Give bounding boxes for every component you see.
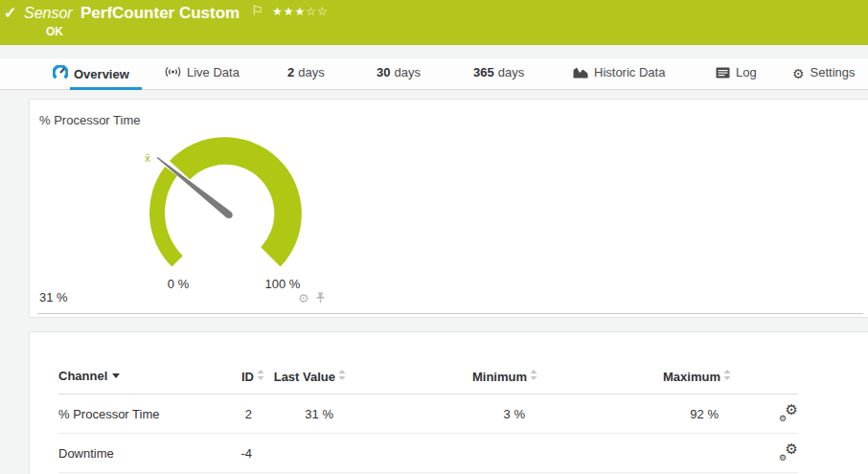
live-data-icon <box>165 65 181 81</box>
panel-divider <box>37 313 863 314</box>
channel-settings-gears-icon[interactable]: ⚙ ⚙ <box>779 404 798 420</box>
tab-label: Historic Data <box>594 65 665 79</box>
tab-number: 30 <box>377 65 390 79</box>
active-tab-underline <box>70 87 142 90</box>
tab-label: days <box>498 65 524 79</box>
channel-table-panel: Channel ID Last Value Minimum Maximum <box>29 331 868 474</box>
tab-label: days <box>298 65 324 79</box>
gauge-panel-title: % Processor Time <box>39 113 140 127</box>
column-header-minimum[interactable]: Minimum <box>346 361 537 395</box>
channel-last-value-cell: 31 % <box>264 395 346 434</box>
table-row[interactable]: % Processor Time 2 31 % 3 % 92 % ⚙ ⚙ <box>58 395 798 434</box>
tab-live-data[interactable]: Live Data <box>165 65 240 81</box>
column-label: Channel <box>58 369 107 383</box>
sensor-status-text: OK <box>46 25 63 38</box>
channel-minimum-cell <box>346 434 537 473</box>
ok-check-icon: ✓ <box>4 4 16 22</box>
priority-stars[interactable]: ★★★☆☆ <box>272 5 329 18</box>
tab-label: Live Data <box>187 65 240 79</box>
column-header-id[interactable]: ID <box>221 361 264 395</box>
tab-label: Overview <box>74 67 129 81</box>
tab-bar: Overview Live Data 2days 30days 365days … <box>0 58 868 90</box>
channel-actions-cell: ⚙ ⚙ <box>731 434 798 473</box>
tab-label: Log <box>736 65 757 79</box>
column-label: ID <box>241 370 254 384</box>
table-row[interactable]: Downtime -4 ⚙ ⚙ <box>58 434 798 473</box>
tab-30-days[interactable]: 30days <box>377 65 421 79</box>
column-header-channel[interactable]: Channel <box>58 361 221 395</box>
channel-maximum-cell: 92 % <box>537 395 731 434</box>
gauge-current-value: 31 % <box>39 290 68 305</box>
gauge-toolbar: ⚙ <box>298 291 326 305</box>
processor-time-gauge: x̄ <box>116 117 336 304</box>
sort-icon <box>257 369 264 383</box>
object-kind-label: Sensor <box>24 5 73 22</box>
area-chart-icon <box>573 66 588 81</box>
tab-number: 2 <box>287 65 294 79</box>
gear-icon: ⚙ <box>792 66 805 81</box>
gauge-panel: % Processor Time x̄ 0 % 100 % 31 % ⚙ <box>29 99 868 318</box>
gauge-max-label: 100 % <box>255 277 310 291</box>
tab-log[interactable]: Log <box>716 65 757 81</box>
sort-icon <box>338 369 346 383</box>
mean-marker-label: x̄ <box>145 152 150 164</box>
column-label: Maximum <box>663 370 720 384</box>
sensor-title: PerfCounter Custom <box>80 4 240 23</box>
gauge-icon <box>53 65 68 83</box>
gauge-settings-gear-icon[interactable]: ⚙ <box>298 291 309 305</box>
tab-overview[interactable]: Overview <box>53 65 129 83</box>
column-header-maximum[interactable]: Maximum <box>537 361 731 395</box>
channel-actions-cell: ⚙ ⚙ <box>731 395 798 434</box>
tab-number: 365 <box>473 65 494 79</box>
table-header-row: Channel ID Last Value Minimum Maximum <box>58 361 798 395</box>
channel-name-cell[interactable]: Downtime <box>58 434 221 473</box>
channel-minimum-cell: 3 % <box>346 395 537 434</box>
channel-maximum-cell <box>537 434 731 473</box>
channel-last-value-cell <box>264 434 346 473</box>
channel-id-cell: -4 <box>221 434 264 473</box>
tab-settings[interactable]: ⚙Settings <box>792 65 856 81</box>
pin-icon[interactable] <box>312 291 327 305</box>
channel-table: Channel ID Last Value Minimum Maximum <box>58 361 798 473</box>
column-header-last-value[interactable]: Last Value <box>264 361 346 395</box>
log-list-icon <box>716 67 730 81</box>
flag-icon[interactable]: ⚐ <box>251 3 263 18</box>
tab-historic-data[interactable]: Historic Data <box>573 65 665 81</box>
tab-label: Settings <box>811 65 856 79</box>
column-header-actions <box>731 361 798 395</box>
sensor-status-header: ✓ Sensor PerfCounter Custom ⚐ ★★★☆☆ OK <box>0 0 868 45</box>
sort-icon <box>723 369 731 383</box>
tab-label: days <box>394 65 420 79</box>
channel-settings-gears-icon[interactable]: ⚙ ⚙ <box>779 443 798 460</box>
gauge-min-label: 0 % <box>155 277 201 291</box>
tab-2-days[interactable]: 2days <box>287 65 325 79</box>
tab-365-days[interactable]: 365days <box>473 65 524 79</box>
sort-icon <box>530 369 537 383</box>
column-label: Minimum <box>472 370 527 384</box>
column-label: Last Value <box>274 370 335 384</box>
channel-id-cell: 2 <box>221 395 264 434</box>
channel-name-cell[interactable]: % Processor Time <box>58 395 221 434</box>
sort-desc-icon <box>112 373 120 378</box>
